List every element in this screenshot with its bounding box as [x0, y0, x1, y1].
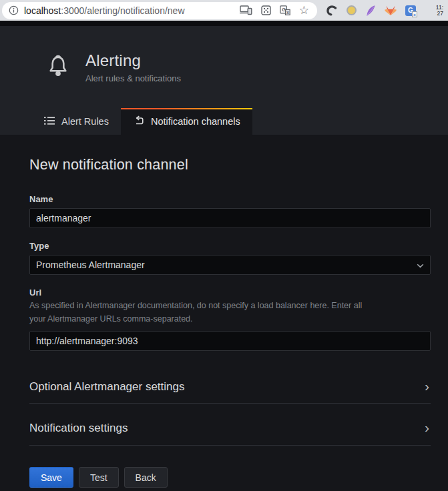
page-top-strip — [0, 21, 448, 26]
test-button[interactable]: Test — [79, 467, 119, 488]
name-input[interactable] — [29, 208, 431, 228]
alerting-bell-icon — [47, 53, 69, 81]
system-clock: 11: 27 — [436, 5, 445, 17]
translate-page-icon[interactable]: Gx — [280, 5, 290, 15]
type-select[interactable]: Prometheus Alertmanager — [29, 255, 431, 275]
svg-text:x: x — [286, 10, 289, 15]
page-body: New notification channel Name Type Prome… — [0, 135, 448, 488]
list-icon — [44, 116, 55, 127]
tab-bar: Alert Rules Notification channels — [0, 108, 448, 135]
back-button[interactable]: Back — [124, 467, 168, 488]
url-host: localhost — [24, 5, 61, 16]
address-bar[interactable]: localhost:3000/alerting/notification/new… — [2, 2, 317, 19]
swoosh-extension-icon[interactable] — [325, 4, 338, 17]
chevron-down-icon — [417, 260, 424, 270]
tab-alert-rules[interactable]: Alert Rules — [32, 108, 121, 135]
tab-alert-rules-label: Alert Rules — [61, 116, 109, 127]
section-notification-settings[interactable]: Notification settings › — [29, 422, 431, 446]
url-input[interactable] — [29, 331, 431, 351]
apps-grid-icon[interactable] — [261, 5, 271, 15]
url-text[interactable]: localhost:3000/alerting/notification/new — [24, 5, 234, 16]
page-title: Alerting — [85, 51, 181, 70]
name-label: Name — [29, 194, 431, 204]
page-header: Alerting Alert rules & notifications Ale… — [0, 26, 448, 135]
page-info-icon[interactable] — [9, 5, 19, 15]
section-notification-title: Notification settings — [29, 422, 128, 435]
gitlab-extension-icon[interactable] — [385, 5, 397, 16]
channel-arrow-icon — [133, 115, 144, 128]
translate-extension-mini-page: x — [412, 11, 417, 17]
chevron-right-icon: › — [425, 422, 431, 433]
bookmark-star-icon[interactable]: ☆ — [299, 5, 309, 16]
name-form-group: Name — [29, 194, 431, 228]
save-button[interactable]: Save — [29, 467, 73, 488]
url-description-line1: As specified in Alertmanager documentati… — [29, 299, 431, 312]
chevron-right-icon: › — [425, 380, 431, 392]
browser-toolbar: localhost:3000/alerting/notification/new… — [0, 0, 448, 21]
url-form-group: Url As specified in Alertmanager documen… — [29, 288, 431, 351]
type-select-value: Prometheus Alertmanager — [36, 260, 145, 270]
form-actions: Save Test Back — [29, 467, 431, 488]
url-label: Url — [29, 288, 431, 298]
url-description-line2: your Alertmanager URLs comma-separated. — [29, 312, 431, 326]
page-subtitle: Alert rules & notifications — [85, 73, 181, 83]
type-form-group: Type Prometheus Alertmanager — [29, 241, 431, 275]
yellow-circle-extension-icon[interactable] — [347, 5, 357, 15]
url-description: As specified in Alertmanager documentati… — [29, 299, 431, 326]
type-label: Type — [29, 241, 431, 251]
section-optional-alertmanager-settings[interactable]: Optional Alertmanager settings › — [29, 380, 431, 404]
form-title: New notification channel — [29, 157, 431, 173]
translate-extension-icon[interactable]: Gx — [405, 5, 416, 16]
send-to-devices-icon[interactable] — [240, 5, 252, 15]
feather-extension-icon[interactable] — [365, 5, 376, 17]
clock-minutes: 27 — [436, 11, 443, 17]
tab-notification-channels[interactable]: Notification channels — [121, 108, 252, 135]
tab-notification-channels-label: Notification channels — [151, 116, 240, 127]
section-optional-title: Optional Alertmanager settings — [29, 380, 184, 394]
collapsible-sections: Optional Alertmanager settings › Notific… — [29, 380, 431, 446]
url-path: :3000/alerting/notification/new — [61, 5, 184, 16]
